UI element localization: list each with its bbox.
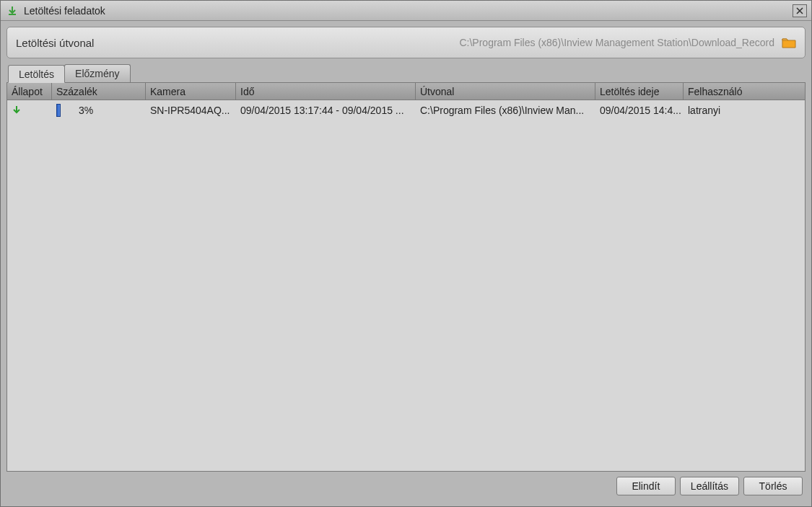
table-header: Állapot Százalék Kamera Idő Útvonal Letö…	[7, 83, 805, 100]
tabs: Letöltés Előzmény Állapot Százalék Kamer…	[6, 64, 806, 472]
download-path-value: C:\Program Files (x86)\Inview Management…	[459, 37, 774, 48]
table-row[interactable]: 3% SN-IPR5404AQ... 09/04/2015 13:17:44 -…	[7, 100, 805, 120]
tab-history-label: Előzmény	[75, 68, 119, 79]
close-button[interactable]	[793, 4, 807, 17]
col-time[interactable]: Idő	[236, 83, 416, 100]
col-status[interactable]: Állapot	[7, 83, 52, 100]
download-path-panel: Letöltési útvonal C:\Program Files (x86)…	[6, 27, 806, 58]
tab-download[interactable]: Letöltés	[8, 65, 65, 83]
progress-text: 3%	[79, 105, 93, 116]
window-title: Letöltési feladatok	[24, 5, 787, 17]
downloads-table: Állapot Százalék Kamera Idő Útvonal Letö…	[6, 82, 806, 472]
tab-download-label: Letöltés	[19, 69, 54, 80]
tab-history[interactable]: Előzmény	[64, 64, 130, 82]
window-body: Letöltési útvonal C:\Program Files (x86)…	[1, 21, 811, 506]
cell-status	[7, 100, 52, 120]
svg-rect-0	[9, 14, 16, 15]
download-icon	[6, 5, 18, 17]
browse-folder-button[interactable]	[782, 37, 796, 48]
stop-button[interactable]: Leállítás	[680, 477, 739, 495]
table-body: 3% SN-IPR5404AQ... 09/04/2015 13:17:44 -…	[7, 100, 805, 471]
cell-time: 09/04/2015 13:17:44 - 09/04/2015 ...	[236, 100, 416, 120]
col-camera[interactable]: Kamera	[146, 83, 236, 100]
start-button[interactable]: Elindít	[616, 477, 676, 495]
col-dltime[interactable]: Letöltés ideje	[595, 83, 684, 100]
col-path[interactable]: Útvonal	[416, 83, 595, 100]
progress-bar	[56, 104, 61, 117]
footer: Elindít Leállítás Törlés	[6, 472, 806, 501]
delete-button[interactable]: Törlés	[743, 477, 803, 495]
col-percent[interactable]: Százalék	[52, 83, 146, 100]
titlebar: Letöltési feladatok	[1, 1, 811, 21]
cell-camera: SN-IPR5404AQ...	[146, 100, 236, 120]
download-path-label: Letöltési útvonal	[16, 37, 94, 49]
tab-strip: Letöltés Előzmény	[6, 64, 806, 82]
cell-path: C:\Program Files (x86)\Inview Man...	[416, 100, 595, 120]
download-tasks-window: Letöltési feladatok Letöltési útvonal C:…	[0, 0, 812, 507]
cell-percent: 3%	[52, 100, 146, 120]
col-user[interactable]: Felhasználó	[684, 83, 805, 100]
cell-user: latranyi	[684, 100, 805, 120]
cell-dltime: 09/04/2015 14:4...	[595, 100, 684, 120]
downloading-icon	[12, 105, 22, 115]
